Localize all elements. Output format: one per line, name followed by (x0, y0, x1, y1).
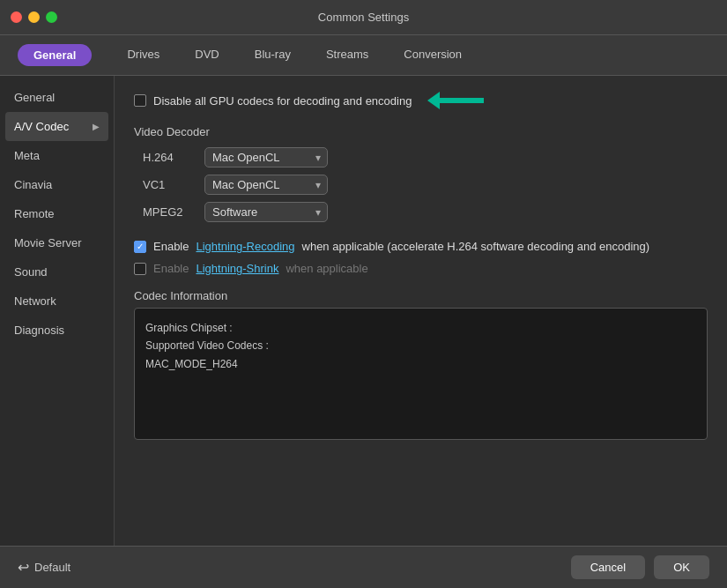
codec-info-box: Graphics Chipset : Supported Video Codec… (134, 308, 708, 440)
sidebar-label-meta: Meta (14, 149, 40, 162)
sidebar-item-movie-server[interactable]: Movie Server (0, 228, 114, 257)
arrow-annotation (427, 92, 484, 109)
default-label: Default (34, 561, 70, 574)
footer: ↩ Default Cancel OK (0, 546, 727, 588)
maximize-button[interactable] (46, 11, 57, 23)
lightning-recoding-row: Enable Lightning-Recoding when applicabl… (134, 240, 708, 253)
disable-gpu-checkbox[interactable] (134, 94, 146, 107)
default-button-area[interactable]: ↩ Default (18, 559, 70, 576)
chevron-right-icon: ▶ (93, 122, 100, 131)
sidebar-item-cinavia[interactable]: Cinavia (0, 170, 114, 199)
sidebar-item-remote[interactable]: Remote (0, 199, 114, 228)
decoder-row-vc1: VC1 Mac OpenCL Software Hardware (143, 175, 708, 195)
tab-conversion[interactable]: Conversion (386, 35, 479, 75)
ok-button[interactable]: OK (654, 555, 709, 579)
sidebar-label-general: General (14, 91, 55, 104)
vc1-select-wrapper: Mac OpenCL Software Hardware (204, 175, 328, 195)
footer-actions: Cancel OK (571, 555, 709, 579)
video-decoder-title: Video Decoder (134, 125, 708, 138)
tab-bar: General Drives DVD Blu-ray Streams Conve… (0, 35, 727, 76)
close-button[interactable] (11, 11, 22, 23)
sidebar-label-network: Network (14, 294, 56, 308)
sidebar-item-av-codec[interactable]: A/V Codec ▶ (5, 112, 108, 141)
sidebar-item-sound[interactable]: Sound (0, 257, 114, 287)
decoder-row-mpeg2: MPEG2 Mac OpenCL Software Hardware (143, 202, 708, 222)
decoder-row-h264: H.264 Mac OpenCL Software Hardware (143, 147, 708, 167)
lr-label1: Enable (153, 240, 189, 253)
window-title: Common Settings (318, 11, 409, 24)
mpeg2-select-wrapper: Mac OpenCL Software Hardware (204, 202, 328, 222)
arrow-head-icon (427, 92, 440, 109)
codec-info-line-3: MAC_MODE_H264 (145, 355, 696, 373)
sidebar: General A/V Codec ▶ Meta Cinavia Remote … (0, 76, 115, 546)
sidebar-item-network[interactable]: Network (0, 287, 114, 316)
sidebar-label-av-codec: A/V Codec (14, 120, 69, 133)
tab-streams[interactable]: Streams (308, 35, 386, 75)
cancel-button[interactable]: Cancel (571, 555, 645, 579)
sidebar-label-movie-server: Movie Server (14, 236, 82, 249)
title-bar: Common Settings (0, 0, 727, 35)
codec-label-vc1: VC1 (143, 178, 196, 191)
sidebar-item-general[interactable]: General (0, 83, 114, 112)
h264-select[interactable]: Mac OpenCL Software Hardware (204, 147, 328, 167)
codec-info-line-1: Graphics Chipset : (145, 319, 696, 337)
mpeg2-select[interactable]: Mac OpenCL Software Hardware (204, 202, 328, 222)
lightning-shrink-row: Enable Lightning-Shrink when applicable (134, 262, 708, 275)
lightning-recoding-link[interactable]: Lightning-Recoding (196, 240, 294, 253)
reset-icon: ↩ (18, 559, 29, 576)
codec-label-h264: H.264 (143, 151, 196, 164)
sidebar-label-remote: Remote (14, 207, 55, 220)
minimize-button[interactable] (28, 11, 40, 23)
lightning-recoding-checkbox[interactable] (134, 241, 146, 253)
lightning-shrink-checkbox[interactable] (134, 263, 146, 275)
sidebar-item-diagnosis[interactable]: Diagnosis (0, 316, 114, 345)
general-tab-button[interactable]: General (18, 44, 92, 66)
ls-label2: when applicable (286, 262, 367, 275)
tab-drives[interactable]: Drives (109, 35, 177, 75)
h264-select-wrapper: Mac OpenCL Software Hardware (204, 147, 328, 167)
sidebar-item-meta[interactable]: Meta (0, 141, 114, 170)
lr-label2: when applicable (accelerate H.264 softwa… (302, 240, 650, 253)
window-controls (11, 11, 57, 23)
vc1-select[interactable]: Mac OpenCL Software Hardware (204, 175, 328, 195)
codec-info-title: Codec Information (134, 289, 708, 302)
arrow-body (440, 98, 484, 103)
disable-gpu-row: Disable all GPU codecs for decoding and … (134, 92, 708, 109)
codec-label-mpeg2: MPEG2 (143, 205, 196, 219)
ls-label1: Enable (153, 262, 189, 275)
tab-dvd[interactable]: DVD (177, 35, 236, 75)
codec-info-line-2: Supported Video Codecs : (145, 337, 696, 354)
decoder-table: H.264 Mac OpenCL Software Hardware VC1 M… (143, 147, 708, 222)
content-area: Disable all GPU codecs for decoding and … (115, 76, 727, 546)
lightning-shrink-link[interactable]: Lightning-Shrink (196, 262, 278, 275)
main-layout: General A/V Codec ▶ Meta Cinavia Remote … (0, 76, 727, 546)
sidebar-label-cinavia: Cinavia (14, 178, 52, 191)
sidebar-label-sound: Sound (14, 265, 48, 279)
sidebar-label-diagnosis: Diagnosis (14, 324, 64, 337)
disable-gpu-label: Disable all GPU codecs for decoding and … (153, 94, 412, 108)
tab-bluray[interactable]: Blu-ray (237, 35, 308, 75)
